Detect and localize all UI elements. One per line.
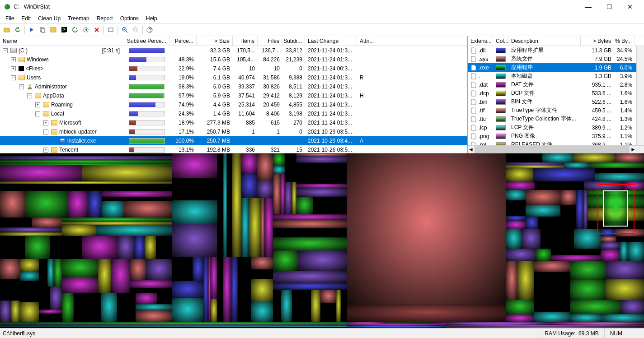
treemap-block[interactable] [231,257,238,322]
cmd-icon[interactable]: >_ [59,25,69,35]
ext-row[interactable]: .本地磁盘1.3 GB3.9% [468,72,636,80]
close-button[interactable]: ✕ [620,0,640,14]
tree-row[interactable]: −(C:) [0:31 s]32.3 GB170,5...136,7...33,… [0,46,467,55]
treemap-block[interactable] [560,190,576,205]
junction-icon[interactable] [81,25,91,35]
treemap-block[interactable] [551,255,601,261]
treemap-block[interactable] [172,153,217,178]
treemap-block[interactable] [601,242,620,250]
menu-cleanup[interactable]: Clean Up [34,14,64,23]
menu-file[interactable]: File [2,14,18,23]
treemap-block[interactable] [241,153,257,174]
menu-report[interactable]: Report [93,14,117,23]
treemap-block[interactable] [0,259,20,279]
treemap-block[interactable] [47,259,54,287]
treemap-block[interactable] [32,218,62,227]
tree-toggle[interactable]: + [43,148,48,153]
treemap-block[interactable] [506,165,564,168]
zoom-in-icon[interactable] [120,25,130,35]
tree-row[interactable]: −AppData97.9%5.9 GB37,54129,4128,1292021… [0,91,467,100]
ext-row[interactable]: .pngPNG 图像375.9 ...1.1% [468,132,636,140]
treemap-block[interactable] [320,290,336,303]
treemap-block[interactable] [25,191,67,218]
open-icon[interactable] [2,25,12,35]
treemap-block[interactable] [296,184,347,188]
treemap-block[interactable] [0,279,20,301]
treemap-block[interactable] [62,259,98,277]
treemap-block[interactable] [117,236,134,259]
treemap-block[interactable] [273,228,347,237]
treemap-block[interactable] [136,310,172,322]
tree-body[interactable]: −(C:) [0:31 s]32.3 GB170,5...136,7...33,… [0,46,467,153]
tree-header-2[interactable]: Perce... [169,36,197,46]
treemap-block[interactable] [534,272,570,299]
tree-header-8[interactable]: Attri... [357,36,384,46]
tree-toggle[interactable]: − [43,130,48,134]
treemap-block[interactable] [62,225,96,236]
ext-scrollbar[interactable] [636,46,644,145]
treemap-block[interactable] [313,197,347,214]
treemap-block[interactable] [347,153,506,304]
treemap-block[interactable] [296,197,313,214]
delete-icon[interactable] [92,25,102,35]
tree-header-0[interactable]: Name [0,36,124,46]
treemap-block[interactable] [570,261,606,280]
tree-header-6[interactable]: Subdi... [282,36,305,46]
tree-row[interactable]: −mblock-updater17.1%250.7 MB1102021-10-2… [0,127,467,136]
treemap-block[interactable] [526,217,538,229]
treemap-block[interactable] [535,181,584,190]
treemap-block[interactable] [54,259,62,287]
play-icon[interactable] [27,25,37,35]
treemap-block[interactable] [602,314,644,322]
treemap-block[interactable] [506,261,517,300]
treemap-block[interactable] [39,259,47,269]
treemap-block[interactable] [506,300,534,315]
explorer-icon[interactable] [48,25,58,35]
tree-header-1[interactable]: Subtree Perce... [124,36,169,46]
treemap-block[interactable] [534,261,570,272]
treemap-block[interactable] [249,198,261,257]
treemap-block[interactable] [506,249,536,261]
treemap-block[interactable] [11,301,20,322]
treemap-block[interactable] [88,191,102,218]
treemap-block[interactable] [96,225,172,236]
treemap-block[interactable] [0,227,62,232]
treemap-block[interactable] [292,182,296,214]
tree-toggle[interactable]: − [11,75,16,80]
treemap-block[interactable] [257,181,273,198]
treemap-block[interactable] [20,259,39,272]
tree-row[interactable]: +Windows48.3%15.6 GB105,4...84,22621,239… [0,55,467,64]
treemap-block[interactable] [506,200,526,216]
treemap-block[interactable] [211,299,217,322]
treemap-block[interactable] [264,198,273,257]
tree-header-4[interactable]: Items [233,36,258,46]
treemap-block[interactable] [542,153,574,162]
treemap-block[interactable] [172,224,217,257]
treemap-block[interactable] [223,153,227,257]
treemap-block[interactable] [39,269,47,287]
treemap-block[interactable] [533,168,595,181]
treemap-block[interactable] [0,156,172,160]
rect-icon[interactable] [106,25,116,35]
treemap-block[interactable] [506,229,522,249]
treemap-block[interactable] [576,190,583,229]
treemap-block[interactable] [538,217,560,229]
treemap-block[interactable] [146,259,172,280]
ext-row[interactable]: .dcpDCP 文件533.6 ...1.6% [468,89,636,97]
treemap-block[interactable] [39,287,50,310]
tree-toggle[interactable]: + [11,66,16,71]
treemap-block[interactable] [156,236,172,259]
ext-row[interactable]: .sys系统文件7.9 GB24.5% [468,55,636,63]
treemap-block[interactable] [124,201,172,218]
treemap-block[interactable] [172,257,193,281]
treemap-block[interactable] [601,236,616,242]
treemap-block[interactable] [506,153,542,162]
treemap-block[interactable] [241,198,249,257]
treemap-block[interactable] [203,257,208,322]
treemap-block[interactable] [62,222,172,225]
treemap-block[interactable] [589,162,644,168]
treemap-block[interactable] [574,229,601,249]
treemap-block[interactable] [273,271,347,283]
treemap-block[interactable] [604,191,627,226]
copy-icon[interactable] [38,25,47,35]
